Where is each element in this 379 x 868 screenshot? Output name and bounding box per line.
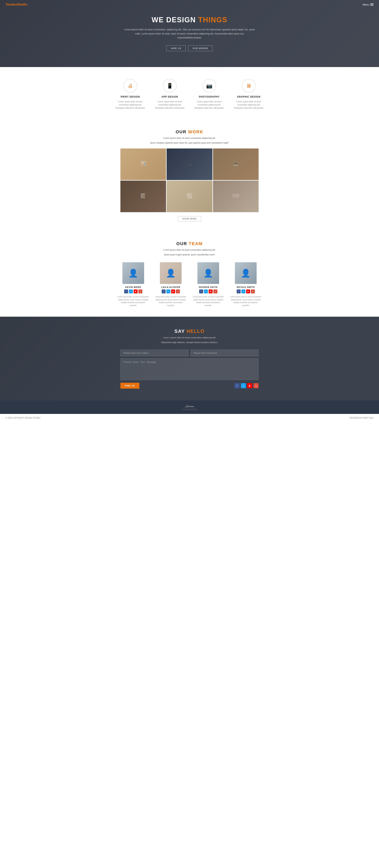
say-hello-desc1: Lorem, ipsum dolor sit amet consectetur …	[120, 336, 259, 340]
team-facebook-george[interactable]: f	[199, 289, 203, 293]
team-facebook-kevin[interactable]: f	[124, 289, 128, 293]
team-google-laila[interactable]: g	[176, 289, 180, 293]
contact-youtube-icon[interactable]: ▶	[247, 383, 252, 388]
app-design-desc: Lorem, ipsum dolor sit amet consectetur …	[154, 100, 185, 110]
team-avatar-laila: 👤	[160, 262, 182, 284]
watermark-sub: .com mostaql.com	[4, 408, 375, 410]
work-grid: 📊 🎧 💻 📝 📈 ⌨	[120, 149, 259, 212]
work-item-6[interactable]: ⌨	[213, 181, 259, 212]
menu-button[interactable]: Menu	[362, 3, 374, 6]
contact-facebook-icon[interactable]: f	[234, 383, 240, 388]
work-item-6-overlay: ⌨	[213, 181, 259, 212]
hamburger-icon	[370, 3, 374, 6]
service-graphic-design: 🖥 GRAPHIC DESIGN Lorem, ipsum dolor sit …	[233, 79, 264, 110]
menu-label: Menu	[362, 3, 369, 6]
work-item-5[interactable]: 📈	[167, 181, 212, 212]
our-team-title: OUR TEAM	[4, 241, 375, 246]
team-google-kevin[interactable]: g	[138, 289, 142, 293]
team-youtube-george[interactable]: ▶	[209, 289, 212, 293]
show-more-button[interactable]: SHOW MORE	[178, 216, 201, 221]
team-member-kevin: 👤 KEVIN WARD f t ▶ g Lorem ipsum dolor s…	[117, 262, 149, 307]
print-design-desc: Lorem, ipsum dolor sit amet consectetur …	[115, 100, 146, 110]
hero-section: TanatosStudio Menu WE DESIGN THINGS Lore…	[0, 0, 379, 67]
work-item-2-overlay: 🎧	[167, 149, 212, 180]
contact-hire-button[interactable]: HIRE US	[120, 383, 139, 389]
team-socials-laila: f t ▶ g	[155, 289, 186, 293]
contact-google-icon[interactable]: g	[254, 383, 259, 388]
work-item-2[interactable]: 🎧	[167, 149, 212, 180]
our-work-desc2: Quos voluptas sapiente quas natus illo, …	[4, 141, 375, 145]
footer-credits: DESIGNED BY AMIT Team	[350, 417, 374, 419]
team-avatar-kevin: 👤	[122, 262, 144, 284]
team-member-george: 👤 GEORGE KEITA f t ▶ g Lorem ipsum dolor…	[193, 262, 224, 307]
photography-title: PHOTOGRAPHY	[194, 95, 225, 98]
hero-description: Lorem ipsum dolor sit amet consectetur, …	[122, 28, 257, 40]
hero-title-normal: WE DESIGN	[152, 16, 198, 24]
email-input[interactable]	[191, 350, 259, 356]
team-youtube-laila[interactable]: ▶	[171, 289, 175, 293]
team-name-george: GEORGE KEITA	[193, 286, 224, 288]
team-desc-george: Lorem ipsum dolor sit amet consectetur a…	[193, 296, 224, 307]
our-work-section: OUR WORK Lorem ipsum dolor sit amet cons…	[0, 121, 379, 233]
subject-input[interactable]	[120, 350, 188, 356]
team-twitter-laila[interactable]: t	[167, 289, 170, 293]
app-design-title: APP DESIGN	[154, 95, 185, 98]
team-name-kevin: KEVIN WARD	[117, 286, 149, 288]
team-twitter-george[interactable]: t	[204, 289, 208, 293]
logo: TanatosStudio	[5, 3, 27, 6]
contact-content: SAY HELLO Lorem, ipsum dolor sit amet co…	[120, 329, 259, 389]
form-row-top	[120, 350, 259, 356]
hero-title: WE DESIGN THINGS	[122, 16, 257, 24]
work-item-5-icon: 📈	[186, 193, 193, 198]
team-twitter-nicole[interactable]: t	[241, 289, 245, 293]
hero-title-highlight: THINGS	[198, 16, 227, 24]
say-hello-desc2: Asperiores fugit maiores, corrupti minim…	[120, 341, 259, 344]
graphic-design-icon: 🖥	[242, 79, 256, 93]
service-photography: 📷 PHOTOGRAPHY Lorem, ipsum dolor sit ame…	[194, 79, 225, 110]
team-facebook-nicole[interactable]: f	[237, 289, 241, 293]
say-hello-title-highlight: HELLO	[186, 329, 204, 334]
our-work-title: OUR WORK	[4, 129, 375, 134]
footer-copyright: © 2020 COPYRIGHT DESIGN STUDIO	[5, 417, 40, 419]
our-work-desc1: Lorem ipsum dolor sit amet consectetur a…	[4, 136, 375, 140]
team-socials-george: f t ▶ g	[193, 289, 224, 293]
team-desc-kevin: Lorem ipsum dolor sit amet consectetur a…	[117, 296, 149, 307]
watermark-logo: مستقل	[4, 404, 375, 408]
our-works-button[interactable]: OUR WORKS	[188, 45, 212, 51]
contact-section: SAY HELLO Lorem, ipsum dolor sit amet co…	[0, 317, 379, 401]
print-design-icon: 🖨	[123, 79, 137, 93]
watermark-section: مستقل .com mostaql.com	[0, 401, 379, 414]
print-design-title: PRINT DESIGN	[115, 95, 146, 98]
team-grid: 👤 KEVIN WARD f t ▶ g Lorem ipsum dolor s…	[4, 262, 375, 307]
graphic-design-desc: Lorem, ipsum dolor sit amet consectetur …	[233, 100, 264, 110]
team-youtube-nicole[interactable]: ▶	[246, 289, 250, 293]
say-hello-title-normal: SAY	[175, 329, 186, 334]
our-work-title-highlight: WORK	[188, 129, 204, 134]
team-youtube-kevin[interactable]: ▶	[134, 289, 138, 293]
say-hello-title: SAY HELLO	[120, 329, 259, 334]
team-google-nicole[interactable]: g	[251, 289, 255, 293]
service-print-design: 🖨 PRINT DESIGN Lorem, ipsum dolor sit am…	[115, 79, 146, 110]
app-design-icon: 📱	[163, 79, 177, 93]
team-google-george[interactable]: g	[213, 289, 217, 293]
work-item-3-icon: 💻	[233, 161, 239, 166]
team-socials-nicole: f t ▶ g	[230, 289, 262, 293]
message-textarea[interactable]	[120, 358, 259, 380]
contact-twitter-icon[interactable]: t	[241, 383, 246, 388]
work-item-1-icon: 📊	[140, 161, 146, 166]
work-item-1[interactable]: 📊	[120, 149, 166, 180]
work-item-3-overlay: 💻	[213, 149, 259, 180]
our-work-title-normal: OUR	[176, 129, 188, 134]
services-section: 🖨 PRINT DESIGN Lorem, ipsum dolor sit am…	[0, 67, 379, 121]
team-facebook-laila[interactable]: f	[162, 289, 166, 293]
work-item-4[interactable]: 📝	[120, 181, 166, 212]
team-member-laila: 👤 LAILA ALISSON f t ▶ g Lorem ipsum dolo…	[155, 262, 186, 307]
team-twitter-kevin[interactable]: t	[129, 289, 133, 293]
photography-desc: Lorem, ipsum dolor sit amet consectetur …	[194, 100, 225, 110]
hire-us-button[interactable]: HIRE US	[167, 45, 186, 51]
team-avatar-nicole: 👤	[235, 262, 257, 284]
team-desc-laila: Lorem ipsum dolor sit amet consectetur a…	[155, 296, 186, 307]
hero-content: WE DESIGN THINGS Lorem ipsum dolor sit a…	[122, 16, 257, 51]
our-team-title-highlight: TEAM	[189, 241, 203, 246]
work-item-3[interactable]: 💻	[213, 149, 259, 180]
